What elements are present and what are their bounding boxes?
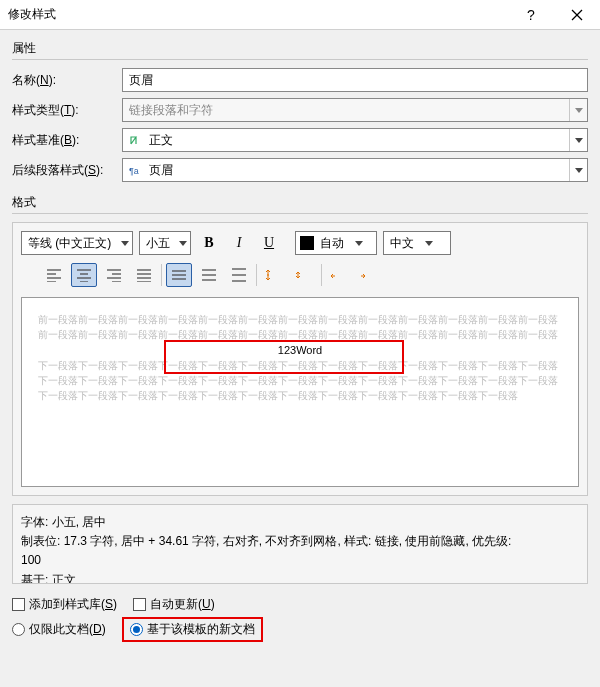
title-bar: 修改样式 ? <box>0 0 600 30</box>
space-before-dec-button[interactable] <box>291 263 317 287</box>
format-panel: 等线 (中文正文) 小五 B I U 自动 中文 前一段落前一段落前一段落前 <box>12 222 588 496</box>
select-lang[interactable]: 中文 <box>383 231 451 255</box>
spacing-1-5-button[interactable] <box>196 263 222 287</box>
select-type: 链接段落和字符 <box>122 98 588 122</box>
chevron-down-icon <box>575 138 583 143</box>
highlight-box-icon: 基于该模板的新文档 <box>122 617 263 642</box>
label-name: 名称(N): <box>12 72 122 89</box>
toolbar-font: 等线 (中文正文) 小五 B I U 自动 中文 <box>21 231 579 255</box>
description-box: 字体: 小五, 居中 制表位: 17.3 字符, 居中 + 34.61 字符, … <box>12 504 588 584</box>
select-next[interactable]: ¶a 页眉 <box>122 158 588 182</box>
spacing-1-button[interactable] <box>166 263 192 287</box>
italic-button[interactable]: I <box>227 231 251 255</box>
dialog-title: 修改样式 <box>0 6 508 23</box>
underline-button[interactable]: U <box>257 231 281 255</box>
chevron-down-icon <box>575 108 583 113</box>
color-swatch-icon <box>300 236 314 250</box>
align-center-button[interactable] <box>71 263 97 287</box>
label-type: 样式类型(T): <box>12 102 122 119</box>
preview-pane: 前一段落前一段落前一段落前一段落前一段落前一段落前一段落前一段落前一段落前一段落… <box>21 297 579 487</box>
select-color[interactable]: 自动 <box>295 231 377 255</box>
label-basedon: 样式基准(B): <box>12 132 122 149</box>
space-before-inc-button[interactable] <box>261 263 287 287</box>
preview-before: 前一段落前一段落前一段落前一段落前一段落前一段落前一段落前一段落前一段落前一段落… <box>38 312 562 342</box>
row-basedon: 样式基准(B): 正文 <box>12 128 588 152</box>
radio-only-doc[interactable]: 仅限此文档(D) <box>12 621 106 638</box>
align-left-button[interactable] <box>41 263 67 287</box>
input-name[interactable]: 页眉 <box>122 68 588 92</box>
group-format: 格式 <box>12 190 588 213</box>
align-right-button[interactable] <box>101 263 127 287</box>
indent-dec-button[interactable] <box>326 263 352 287</box>
select-size[interactable]: 小五 <box>139 231 191 255</box>
checkbox-auto-update[interactable]: 自动更新(U) <box>133 596 215 613</box>
checkbox-add-gallery[interactable]: 添加到样式库(S) <box>12 596 117 613</box>
spacing-2-button[interactable] <box>226 263 252 287</box>
svg-text:¶a: ¶a <box>129 166 139 176</box>
select-font[interactable]: 等线 (中文正文) <box>21 231 133 255</box>
toolbar-paragraph <box>21 263 579 287</box>
close-icon <box>571 9 583 21</box>
link-style-icon: ¶a <box>127 162 143 178</box>
paragraph-icon <box>127 132 143 148</box>
select-basedon[interactable]: 正文 <box>122 128 588 152</box>
radio-template-new[interactable]: 基于该模板的新文档 <box>130 621 255 638</box>
indent-inc-button[interactable] <box>356 263 382 287</box>
close-button[interactable] <box>554 0 600 30</box>
label-next: 后续段落样式(S): <box>12 162 122 179</box>
row-type: 样式类型(T): 链接段落和字符 <box>12 98 588 122</box>
highlight-box-icon <box>164 340 404 374</box>
bottom-options: 添加到样式库(S) 自动更新(U) 仅限此文档(D) 基于该模板的新文档 <box>0 584 600 654</box>
row-name: 名称(N): 页眉 <box>12 68 588 92</box>
help-button[interactable]: ? <box>508 0 554 30</box>
group-properties: 属性 <box>12 36 588 59</box>
bold-button[interactable]: B <box>197 231 221 255</box>
chevron-down-icon <box>575 168 583 173</box>
align-justify-button[interactable] <box>131 263 157 287</box>
row-next: 后续段落样式(S): ¶a 页眉 <box>12 158 588 182</box>
